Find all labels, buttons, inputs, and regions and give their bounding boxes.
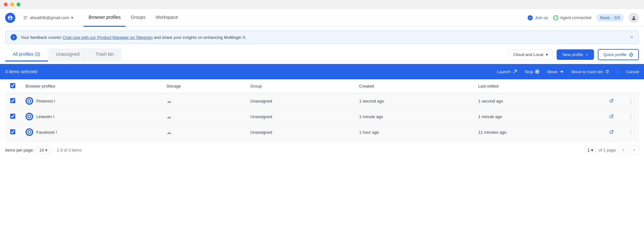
group-cell: Unassigned [245,93,354,109]
banner-close-button[interactable]: × [630,34,633,40]
account-email: aheathfb@gmail.com [30,15,69,20]
loading-icon: ↺ [609,98,614,104]
table-row: LinkedIn I ☁ Unassigned 1 minute ago 1 m… [5,109,639,124]
agent-connected-status: Agent connected [553,15,591,20]
quick-profile-power-icon: ⏻ [629,52,633,57]
title-bar [0,0,644,9]
profile-name: Facebook I [36,130,57,135]
minimize-button[interactable] [10,3,14,6]
profile-name: LinkedIn I [36,114,54,119]
col-last-edited: Last edited [473,79,604,93]
prev-page-button[interactable]: ‹ [618,145,627,154]
profile-browser-icon [26,113,33,120]
items-per-page-label: Items per page: [5,148,34,153]
more-options-icon[interactable]: ⋮ [628,113,634,120]
last-edited-cell: 11 minutes ago [473,124,604,140]
svg-rect-1 [24,18,27,18]
move-action[interactable]: Move [547,69,564,74]
selection-bar: 3 items selected Launch Stop Move [0,64,644,79]
new-profile-plus-icon: + [586,52,588,57]
quick-profile-label: Quick profile [604,52,626,57]
maximize-button[interactable] [17,3,20,6]
cloud-local-dropdown[interactable]: Cloud and Local ▾ [509,49,553,60]
banner-suffix: and share your insights on enhancing Mul… [154,35,247,40]
account-selector[interactable]: aheathfb@gmail.com ▾ [23,15,73,20]
more-options-icon[interactable]: ⋮ [628,129,634,135]
per-page-chevron: ▾ [45,148,48,153]
tab-workspace[interactable]: Workspace [150,9,183,27]
cancel-selection-button[interactable]: Cancel [626,69,639,74]
agent-connected-label: Agent connected [560,15,591,20]
per-page-select[interactable]: 10 ▾ [36,146,50,154]
selection-divider: | [617,69,618,74]
of-page-label: of 1 page [599,148,616,153]
logo[interactable] [5,13,15,23]
storage-icon: ☁ [166,98,172,104]
close-button[interactable] [4,3,8,6]
nav-tabs: Browser profiles Groups Workspace [84,9,183,27]
cloud-local-label: Cloud and Local [513,52,543,57]
page-number-select[interactable]: 1 ▾ [585,146,596,154]
more-options-icon[interactable]: ⋮ [628,98,634,104]
join-us-button[interactable]: Join us [527,15,548,21]
tabs-right-actions: Cloud and Local ▾ New profile + Quick pr… [509,49,639,60]
plan-badge[interactable]: Basic - 3/3 [596,14,624,21]
user-avatar[interactable] [629,13,639,23]
svg-point-4 [633,16,635,18]
col-group: Group [245,79,354,93]
pagination-row: Items per page: 10 ▾ 1-3 of 3 items 1 ▾ … [5,141,639,158]
selection-actions: Launch Stop Move [497,69,639,74]
top-nav: aheathfb@gmail.com ▾ Browser profiles Gr… [0,9,644,27]
move-to-trash-action[interactable]: Move to trash bin [571,69,610,74]
agent-connected-icon [553,15,558,20]
profile-name: Pinterest I [36,99,55,103]
items-range: 1-3 of 3 items [57,148,82,153]
banner-text: Your feedback counts! Chat now with our … [21,35,246,40]
created-cell: 1 minute ago [354,109,473,124]
launch-action[interactable]: Launch [497,69,517,74]
selection-count: 3 items selected [5,69,37,74]
table-row: Facebook I ☁ Unassigned 1 hour ago 11 mi… [5,124,639,140]
storage-icon: ☁ [166,130,172,135]
page-num-value: 1 [588,148,590,153]
banner-info-icon: i [11,34,17,40]
col-storage: Storage [161,79,245,93]
svg-rect-2 [24,19,26,19]
row-checkbox[interactable] [10,114,15,119]
feedback-banner: i Your feedback counts! Chat now with ou… [5,31,639,44]
loading-icon: ↺ [609,113,614,120]
tab-all-profiles[interactable]: All profiles (3) [5,48,48,61]
created-cell: 1 second ago [354,93,473,109]
group-cell: Unassigned [245,109,354,124]
svg-point-12 [28,131,30,133]
svg-point-8 [28,100,30,102]
nav-right: Join us Agent connected Basic - 3/3 [527,13,639,23]
svg-point-10 [28,116,30,117]
tab-unassigned[interactable]: Unassigned [48,48,87,61]
tab-browser-profiles[interactable]: Browser profiles [84,9,126,27]
select-all-checkbox[interactable] [10,83,15,88]
group-cell: Unassigned [245,124,354,140]
col-browser-profiles: Browser profiles [20,79,161,93]
launch-label: Launch [497,69,511,74]
tab-groups[interactable]: Groups [126,9,150,27]
next-page-button[interactable]: › [630,145,639,154]
banner-link[interactable]: Chat now with our Product Manager on Tel… [63,35,153,40]
storage-icon: ☁ [166,114,172,119]
new-profile-button[interactable]: New profile + [557,49,594,60]
profile-browser-icon [26,97,33,105]
row-checkbox[interactable] [10,98,15,103]
svg-rect-6 [536,71,538,73]
account-chevron: ▾ [71,15,73,20]
move-to-trash-label: Move to trash bin [571,69,603,74]
table-row: Pinterest I ☁ Unassigned 1 second ago 1 … [5,93,639,109]
stop-label: Stop [525,69,533,74]
per-page-value: 10 [39,148,44,153]
last-edited-cell: 1 minute ago [473,109,604,124]
quick-profile-button[interactable]: Quick profile ⏻ [598,49,639,60]
move-label: Move [547,69,557,74]
row-checkbox[interactable] [10,129,15,134]
stop-action[interactable]: Stop [525,69,540,74]
tab-trash-bin[interactable]: Trash bin [88,48,122,61]
profiles-table: Browser profiles Storage Group Created L… [5,79,639,140]
